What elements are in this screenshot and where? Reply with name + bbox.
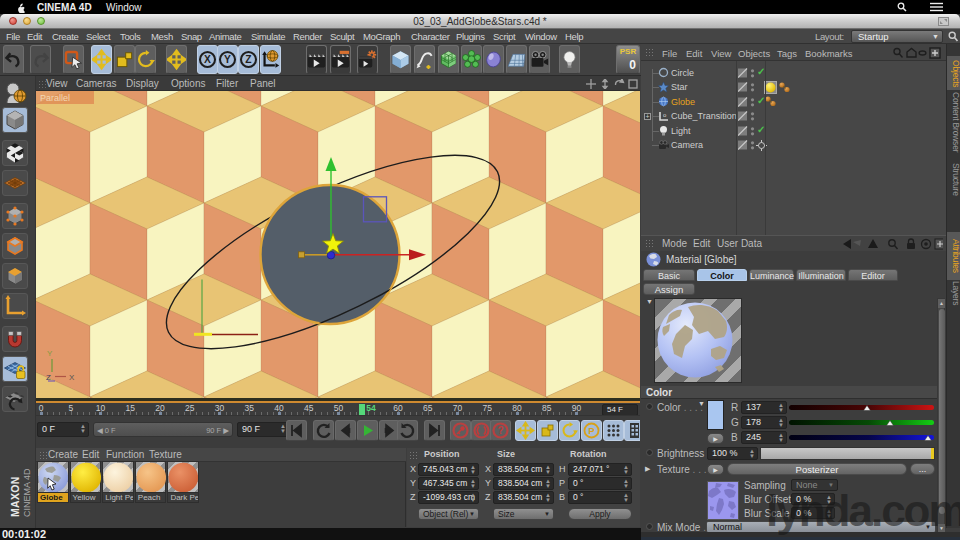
svg-text:o: o xyxy=(663,112,667,118)
svg-text:P: P xyxy=(588,425,595,436)
svg-text:Y: Y xyxy=(47,349,53,358)
svg-text:Z: Z xyxy=(245,54,251,65)
svg-text:Y: Y xyxy=(224,54,231,65)
svg-text:X: X xyxy=(69,373,75,382)
svg-text:Parallel: Parallel xyxy=(40,93,70,103)
svg-text:?: ? xyxy=(497,425,503,436)
svg-text:X: X xyxy=(204,54,211,65)
